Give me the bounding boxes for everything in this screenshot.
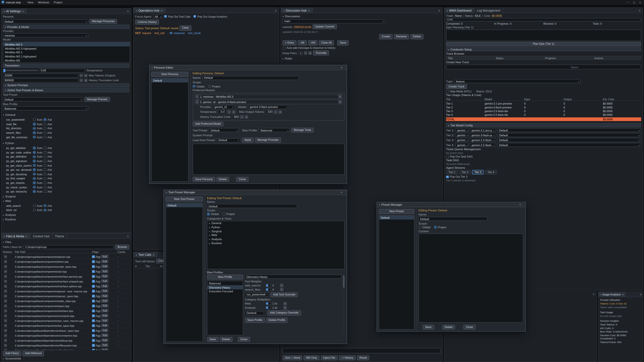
menu-project[interactable]: Project <box>52 1 64 3</box>
browse-button[interactable]: Browse <box>115 244 130 250</box>
remove-file-icon[interactable] <box>4 329 7 332</box>
rename-discussion-button[interactable]: Rename <box>394 34 409 39</box>
conductor-setup-header[interactable]: Conductor Setup <box>446 47 641 51</box>
cache-status-icon[interactable] <box>118 349 129 350</box>
pop-out-tier3-checkbox[interactable] <box>446 176 449 178</box>
tab-close-icon[interactable] <box>26 234 28 238</box>
agg-checkbox[interactable] <box>92 285 95 288</box>
remove-file-icon[interactable] <box>4 305 7 307</box>
tier-model-select[interactable]: gemini-2.5-flash-lite <box>470 143 496 147</box>
auto-radio[interactable] <box>33 209 36 211</box>
profile-name-input[interactable]: Discovery-Heavy <box>245 275 342 279</box>
full-button[interactable]: Full <box>101 260 108 263</box>
chevron-down-icon[interactable] <box>4 234 5 238</box>
agg-checkbox[interactable] <box>92 295 95 298</box>
tier-model-select[interactable]: gemini-2.5-flash-lite <box>470 138 496 142</box>
ask-radio[interactable] <box>44 182 46 184</box>
ask-radio[interactable] <box>44 123 46 125</box>
ask-radio[interactable] <box>44 118 46 121</box>
tier-model-config-header[interactable]: Tier Model Config <box>446 123 641 127</box>
auto-radio[interactable] <box>33 164 36 167</box>
ask-radio[interactable] <box>44 177 46 180</box>
full-button[interactable]: Full <box>101 285 108 288</box>
full-button[interactable]: Full <box>101 339 108 342</box>
agg-checkbox[interactable] <box>92 275 95 278</box>
agg-checkbox[interactable] <box>92 324 95 327</box>
focus-agent-select[interactable]: All <box>153 14 163 18</box>
scope-global-radio[interactable] <box>418 226 421 229</box>
stream-tab[interactable]: Tier 2 <box>459 170 471 175</box>
category-item[interactable]: Surgical <box>208 229 344 233</box>
cache-status-icon[interactable] <box>118 285 129 288</box>
modal-close-icon[interactable] <box>340 191 342 194</box>
clear-status-button[interactable]: Clear <box>180 26 191 31</box>
remove-file-icon[interactable] <box>4 349 7 350</box>
truncate-button[interactable]: Truncate <box>313 50 329 56</box>
reset-button[interactable]: Reset <box>357 355 369 361</box>
delete-discussion-button[interactable]: Delete <box>410 34 424 39</box>
cache-status-icon[interactable] <box>118 280 129 283</box>
remove-weight-icon[interactable] <box>280 284 283 287</box>
stream-tab[interactable]: Tier 3 <box>472 170 484 175</box>
decrement-icon[interactable] <box>80 79 83 82</box>
collapse-icon[interactable] <box>196 100 199 104</box>
decrement-icon[interactable] <box>304 51 308 55</box>
cache-status-icon[interactable] <box>118 324 129 327</box>
full-button[interactable]: Full <box>101 295 108 298</box>
cache-status-icon[interactable] <box>118 295 129 298</box>
remove-file-icon[interactable] <box>4 339 7 342</box>
remove-model-icon[interactable] <box>338 100 342 104</box>
menu-view[interactable]: View <box>25 1 36 3</box>
agg-checkbox[interactable] <box>92 280 95 283</box>
tier-provider-select[interactable]: gemini <box>456 128 468 132</box>
panel-close-icon[interactable] <box>593 293 595 296</box>
auto-radio[interactable] <box>33 182 36 184</box>
tier-model-select[interactable]: gemini-3-flash-preview <box>470 133 496 137</box>
full-button[interactable]: Full <box>101 255 108 258</box>
persona-bias-select[interactable]: Balanced <box>259 128 290 132</box>
remove-file-icon[interactable] <box>4 260 7 263</box>
auto-radio[interactable] <box>33 204 36 207</box>
add-preferred-model-button[interactable]: Add Preferred Model <box>193 121 224 127</box>
close-tool-preset-button[interactable]: Close <box>238 337 250 342</box>
maximize-icon[interactable] <box>633 1 636 3</box>
discussion-select[interactable]: main <box>282 19 385 23</box>
ask-radio[interactable] <box>44 168 46 171</box>
pop-out-tool-calls-checkbox[interactable] <box>164 15 167 18</box>
auto-add-checkbox[interactable] <box>282 46 285 49</box>
remove-file-icon[interactable] <box>4 300 7 303</box>
remove-file-icon[interactable] <box>4 324 7 327</box>
increment-icon[interactable] <box>84 79 88 82</box>
ask-radio[interactable] <box>44 209 46 211</box>
persona-editor-titlebar[interactable]: Persona Editor <box>150 65 347 70</box>
scope-project-radio[interactable] <box>208 85 211 87</box>
remove-file-icon[interactable] <box>4 265 7 268</box>
pm-history-limit-input[interactable]: 900000 <box>232 115 239 119</box>
remove-file-icon[interactable] <box>4 309 7 312</box>
cache-status-icon[interactable] <box>118 290 129 293</box>
model-list-item[interactable]: MiniMax-M2.5-highspeed <box>3 46 130 50</box>
remove-file-icon[interactable] <box>4 319 7 322</box>
remove-multiplier-icon[interactable] <box>284 302 287 305</box>
auto-radio[interactable] <box>33 186 36 189</box>
manage-tools-button[interactable]: Manage Tools <box>291 128 314 133</box>
auto-radio[interactable] <box>33 160 36 162</box>
agg-checkbox[interactable] <box>92 344 95 347</box>
preset-name-input[interactable]: Default <box>418 217 488 221</box>
remove-file-icon[interactable] <box>4 270 7 273</box>
full-button[interactable]: Full <box>101 290 108 293</box>
auto-radio[interactable] <box>33 136 36 138</box>
max-tokens-input[interactable]: 32000 <box>3 73 78 77</box>
add-entry-button[interactable]: + Entry <box>282 40 296 45</box>
save-discussion-button[interactable]: Save <box>338 40 349 45</box>
persona-name-input[interactable]: Default <box>202 76 299 80</box>
load-from-preset-select[interactable]: Default <box>217 138 240 142</box>
cache-status-icon[interactable] <box>118 339 129 342</box>
manage-presets-button[interactable]: Manage Presets <box>84 97 110 102</box>
tool-preset-titlebar[interactable]: Tool Preset Manager <box>164 190 347 195</box>
surgical-group-header[interactable]: Surgical <box>3 195 129 198</box>
stream-tab[interactable]: Tier 4 <box>485 170 497 175</box>
panel-close-icon[interactable] <box>640 293 642 296</box>
agg-checkbox[interactable] <box>92 255 95 258</box>
multiplier-slider[interactable] <box>266 302 271 305</box>
